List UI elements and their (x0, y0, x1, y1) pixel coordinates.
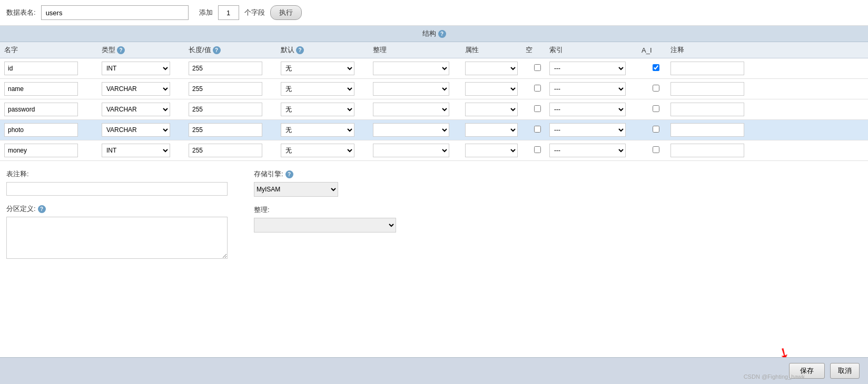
bottom-section: 表注释: 分区定义: ? 存储引擎: ? MyISAM InnoDB MEMOR… (0, 161, 868, 267)
partition-textarea[interactable] (6, 217, 228, 259)
table-row: INTVARCHARTEXTDATEDATETIMEFLOATDOUBLECHA… (0, 99, 868, 120)
field-length-input[interactable] (189, 82, 262, 96)
col-header-index: 索引 (549, 45, 642, 55)
partition-info-icon[interactable]: ? (38, 205, 46, 213)
structure-header: 结构 ? (0, 26, 868, 42)
field-index-select[interactable]: ---PRIMARYUNIQUEINDEXFULLTEXT (549, 62, 626, 75)
field-collation-select[interactable] (373, 123, 449, 137)
collation-group: 整理: utf8_general_ci utf8mb4_unicode_ci l… (254, 205, 396, 233)
collation-label: 整理: (254, 205, 396, 215)
field-length-input[interactable] (189, 103, 262, 116)
table-row: INTVARCHARTEXTDATEDATETIMEFLOATDOUBLECHA… (0, 58, 868, 79)
field-null-checkbox[interactable] (534, 146, 541, 153)
table-row: INTVARCHARTEXTDATEDATETIMEFLOATDOUBLECHA… (0, 79, 868, 99)
field-type-select[interactable]: INTVARCHARTEXTDATEDATETIMEFLOATDOUBLECHA… (102, 82, 170, 96)
field-type-select[interactable]: INTVARCHARTEXTDATEDATETIMEFLOATDOUBLECHA… (102, 144, 170, 157)
structure-title: 结构 (422, 29, 436, 38)
col-header-comment: 注释 (670, 45, 864, 55)
field-attr-select[interactable] (465, 82, 518, 96)
field-length-input[interactable] (189, 123, 262, 137)
field-comment-input[interactable] (670, 62, 744, 75)
field-name-input[interactable] (4, 123, 78, 137)
structure-info-icon[interactable]: ? (438, 30, 446, 38)
field-default-select[interactable]: 无NULLCURRENT_TIMESTAMP01 (281, 144, 354, 157)
table-name-label: 数据表名: (6, 8, 36, 17)
field-collation-select[interactable] (373, 82, 449, 96)
field-name-input[interactable] (4, 103, 78, 116)
field-ai-checkbox[interactable] (653, 126, 659, 133)
field-ai-checkbox[interactable] (653, 85, 659, 92)
field-name-input[interactable] (4, 82, 78, 96)
length-info-icon[interactable]: ? (213, 46, 221, 54)
engine-group: 存储引擎: ? MyISAM InnoDB MEMORY CSV ARCHIVE (254, 169, 396, 197)
field-attr-select[interactable] (465, 123, 518, 137)
partition-group: 分区定义: ? (6, 204, 228, 259)
field-null-checkbox[interactable] (534, 105, 541, 112)
field-collation-select[interactable] (373, 103, 449, 116)
add-label: 添加 (199, 8, 213, 17)
col-header-type: 类型 ? (102, 45, 189, 55)
field-collation-select[interactable] (373, 144, 449, 157)
col-header-ai: A_I (642, 46, 670, 54)
field-ai-checkbox[interactable] (653, 146, 659, 153)
field-index-select[interactable]: ---PRIMARYUNIQUEINDEXFULLTEXT (549, 103, 626, 116)
collation-select[interactable]: utf8_general_ci utf8mb4_unicode_ci latin… (254, 218, 396, 233)
engine-select[interactable]: MyISAM InnoDB MEMORY CSV ARCHIVE (254, 182, 338, 197)
field-length-input[interactable] (189, 62, 262, 75)
field-rows-container: INTVARCHARTEXTDATEDATETIMEFLOATDOUBLECHA… (0, 58, 868, 161)
table-comment-group: 表注释: (6, 169, 228, 196)
engine-info-icon[interactable]: ? (285, 170, 293, 178)
table-comment-label: 表注释: (6, 169, 228, 179)
table-row: INTVARCHARTEXTDATEDATETIMEFLOATDOUBLECHA… (0, 120, 868, 140)
field-type-select[interactable]: INTVARCHARTEXTDATEDATETIMEFLOATDOUBLECHA… (102, 62, 170, 75)
field-comment-input[interactable] (670, 103, 744, 116)
default-info-icon[interactable]: ? (296, 46, 304, 54)
col-header-attr: 属性 (465, 45, 526, 55)
field-name-input[interactable] (4, 144, 78, 157)
field-ai-checkbox[interactable] (653, 64, 659, 71)
type-info-icon[interactable]: ? (117, 46, 125, 54)
field-comment-input[interactable] (670, 144, 744, 157)
top-bar: 数据表名: 添加 个字段 执行 (0, 0, 868, 26)
add-count-input[interactable] (218, 5, 239, 20)
field-default-select[interactable]: 无NULLCURRENT_TIMESTAMP01 (281, 123, 354, 137)
field-type-select[interactable]: INTVARCHARTEXTDATEDATETIMEFLOATDOUBLECHA… (102, 123, 170, 137)
field-comment-input[interactable] (670, 82, 744, 96)
table-name-input[interactable] (41, 5, 189, 20)
engine-label: 存储引擎: (254, 169, 283, 179)
col-header-name: 名字 (4, 45, 102, 55)
field-collation-select[interactable] (373, 62, 449, 75)
partition-label: 分区定义: (6, 204, 36, 214)
field-null-checkbox[interactable] (534, 64, 541, 71)
col-header-length: 长度/值 ? (189, 45, 281, 55)
col-header-null: 空 (526, 45, 549, 55)
field-default-select[interactable]: 无NULLCURRENT_TIMESTAMP01 (281, 103, 354, 116)
field-null-checkbox[interactable] (534, 126, 541, 133)
field-attr-select[interactable] (465, 144, 518, 157)
field-attr-select[interactable] (465, 62, 518, 75)
field-name-input[interactable] (4, 62, 78, 75)
field-index-select[interactable]: ---PRIMARYUNIQUEINDEXFULLTEXT (549, 82, 626, 96)
field-comment-input[interactable] (670, 123, 744, 137)
unit-label: 个字段 (244, 8, 265, 17)
field-ai-checkbox[interactable] (653, 105, 659, 112)
col-header-default: 默认 ? (281, 45, 373, 55)
column-headers: 名字 类型 ? 长度/值 ? 默认 ? 整理 属性 空 索引 A_I 注释 (0, 42, 868, 58)
field-attr-select[interactable] (465, 103, 518, 116)
table-row: INTVARCHARTEXTDATEDATETIMEFLOATDOUBLECHA… (0, 140, 868, 161)
field-index-select[interactable]: ---PRIMARYUNIQUEINDEXFULLTEXT (549, 123, 626, 137)
col-header-collation: 整理 (373, 45, 465, 55)
field-type-select[interactable]: INTVARCHARTEXTDATEDATETIMEFLOATDOUBLECHA… (102, 103, 170, 116)
field-null-checkbox[interactable] (534, 85, 541, 92)
field-index-select[interactable]: ---PRIMARYUNIQUEINDEXFULLTEXT (549, 144, 626, 157)
exec-button[interactable]: 执行 (270, 5, 302, 20)
field-length-input[interactable] (189, 144, 262, 157)
field-default-select[interactable]: 无NULLCURRENT_TIMESTAMP01 (281, 82, 354, 96)
field-default-select[interactable]: 无NULLCURRENT_TIMESTAMP01 (281, 62, 354, 75)
table-comment-input[interactable] (6, 182, 228, 196)
